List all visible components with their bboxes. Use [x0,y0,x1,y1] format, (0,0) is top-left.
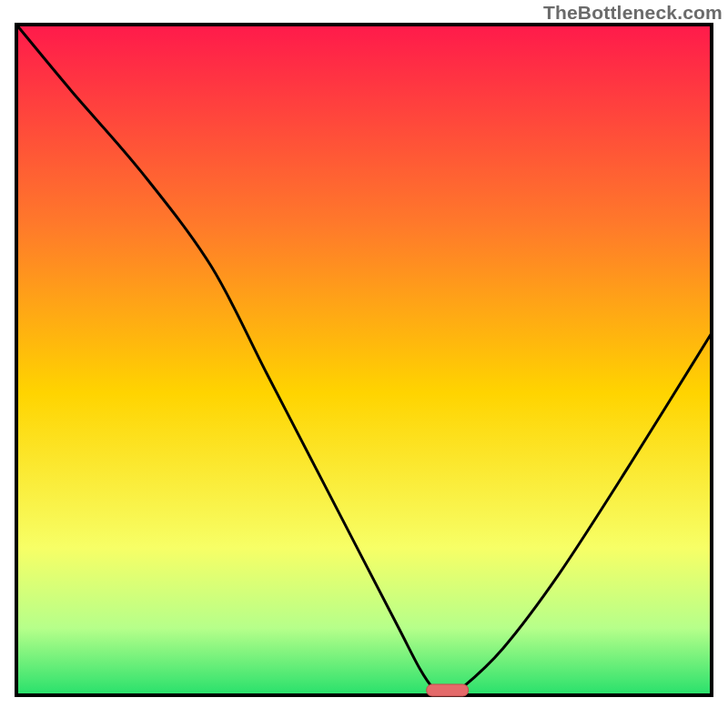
optimum-marker [427,684,469,696]
plot-background [16,25,712,695]
watermark-label: TheBottleneck.com [543,2,723,24]
bottleneck-plot [0,0,728,728]
chart-stage: TheBottleneck.com [0,0,728,728]
